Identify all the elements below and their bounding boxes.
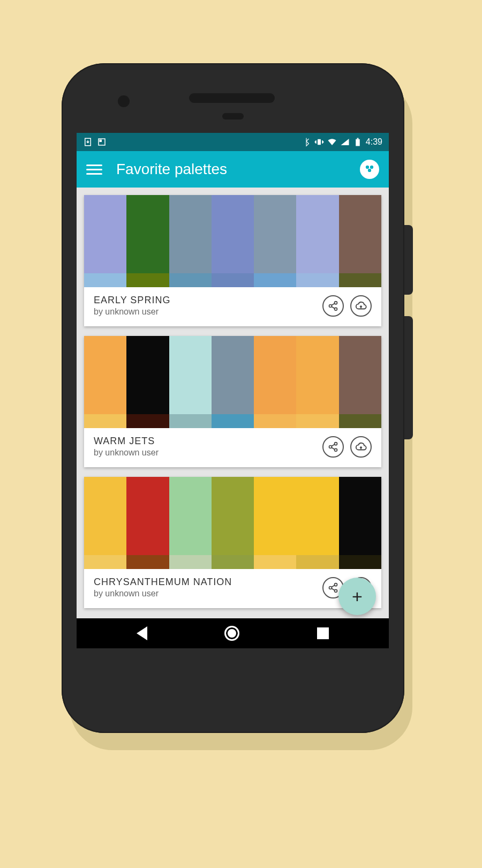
color-swatch	[296, 477, 338, 569]
color-swatch	[84, 336, 126, 428]
share-icon	[328, 301, 338, 311]
svg-rect-5	[357, 138, 358, 139]
share-icon	[328, 442, 338, 452]
color-swatch-shade	[84, 414, 126, 428]
color-swatch	[169, 336, 212, 428]
battery-icon	[353, 137, 363, 147]
svg-point-13	[329, 586, 332, 589]
color-swatch	[84, 477, 126, 569]
svg-rect-2	[100, 140, 101, 141]
home-button[interactable]	[224, 626, 239, 641]
svg-point-11	[335, 448, 337, 451]
palette-text: WARM JETSby unknown user	[94, 436, 322, 458]
palette-text: CHRYSANTHEMUM NATIONby unknown user	[94, 577, 322, 598]
color-swatch-shade	[254, 273, 296, 287]
color-swatch	[254, 336, 296, 428]
svg-point-12	[335, 583, 337, 586]
palette-author: by unknown user	[94, 448, 322, 458]
cloud-upload-icon	[355, 300, 367, 312]
palette-icon[interactable]	[360, 160, 379, 179]
svg-point-14	[335, 589, 337, 592]
color-swatch-shade	[169, 414, 212, 428]
color-swatch	[339, 195, 381, 287]
color-swatch	[254, 195, 296, 287]
color-swatch	[339, 336, 381, 428]
color-swatch-shade	[254, 414, 296, 428]
color-swatch-shade	[126, 555, 169, 569]
color-swatch	[169, 477, 212, 569]
plus-icon: +	[352, 586, 363, 607]
vibrate-icon	[314, 137, 324, 147]
palette-card[interactable]: EARLY SPRINGby unknown user	[84, 195, 381, 326]
color-swatch-shade	[339, 555, 381, 569]
upload-button[interactable]	[350, 295, 372, 317]
color-swatch	[126, 336, 169, 428]
color-swatch	[126, 195, 169, 287]
download-icon	[83, 137, 93, 147]
color-swatch-shade	[339, 414, 381, 428]
color-swatch-shade	[339, 273, 381, 287]
color-swatch-shade	[169, 555, 212, 569]
swatch-row	[84, 195, 381, 287]
svg-point-10	[329, 445, 332, 448]
status-time: 4:39	[366, 137, 382, 147]
page-title: Favorite palettes	[116, 161, 360, 178]
share-button[interactable]	[322, 436, 344, 458]
add-button[interactable]: +	[338, 578, 376, 615]
color-swatch	[169, 195, 212, 287]
color-swatch-shade	[126, 273, 169, 287]
color-swatch-shade	[84, 555, 126, 569]
color-swatch-shade	[84, 273, 126, 287]
color-swatch-shade	[296, 414, 338, 428]
palette-info: WARM JETSby unknown user	[84, 428, 381, 467]
palette-info: EARLY SPRINGby unknown user	[84, 287, 381, 326]
svg-point-6	[335, 301, 337, 304]
back-button[interactable]	[137, 626, 147, 640]
swatch-row	[84, 336, 381, 428]
palette-list: EARLY SPRINGby unknown userWARM JETSby u…	[77, 188, 389, 648]
svg-point-7	[329, 304, 332, 307]
palette-actions	[322, 295, 372, 317]
palette-text: EARLY SPRINGby unknown user	[94, 295, 322, 317]
color-swatch	[84, 195, 126, 287]
screen: 4:39 Favorite palettes EARLY SPRINGby un…	[77, 133, 389, 648]
color-swatch-shade	[296, 555, 338, 569]
phone-volume-button	[404, 316, 413, 439]
svg-rect-4	[356, 139, 360, 146]
color-swatch-shade	[126, 414, 169, 428]
android-nav-bar	[77, 618, 389, 648]
swatch-row	[84, 477, 381, 569]
palette-author: by unknown user	[94, 307, 322, 317]
palette-card[interactable]: WARM JETSby unknown user	[84, 336, 381, 467]
color-swatch	[212, 336, 254, 428]
color-swatch	[339, 477, 381, 569]
upload-button[interactable]	[350, 436, 372, 458]
phone-power-button	[404, 225, 413, 295]
status-bar: 4:39	[77, 133, 389, 151]
status-left	[83, 137, 107, 147]
app-bar: Favorite palettes	[77, 151, 389, 188]
color-swatch-shade	[212, 555, 254, 569]
wifi-icon	[327, 137, 337, 147]
color-swatch-shade	[169, 273, 212, 287]
palette-actions	[322, 436, 372, 458]
color-swatch	[212, 477, 254, 569]
palette-info: CHRYSANTHEMUM NATIONby unknown user	[84, 569, 381, 608]
palette-card[interactable]: CHRYSANTHEMUM NATIONby unknown user	[84, 477, 381, 608]
color-swatch	[296, 336, 338, 428]
menu-icon[interactable]	[86, 161, 102, 177]
phone-speaker	[189, 93, 275, 103]
share-icon	[328, 582, 338, 593]
svg-point-8	[335, 308, 337, 310]
palette-title: WARM JETS	[94, 436, 322, 447]
phone-camera	[118, 95, 130, 107]
cloud-upload-icon	[355, 441, 367, 453]
status-right: 4:39	[302, 137, 382, 147]
color-swatch	[296, 195, 338, 287]
signal-icon	[340, 137, 350, 147]
share-button[interactable]	[322, 295, 344, 317]
recent-button[interactable]	[317, 627, 329, 639]
svg-rect-3	[318, 139, 321, 145]
svg-point-9	[335, 442, 337, 445]
color-swatch	[126, 477, 169, 569]
